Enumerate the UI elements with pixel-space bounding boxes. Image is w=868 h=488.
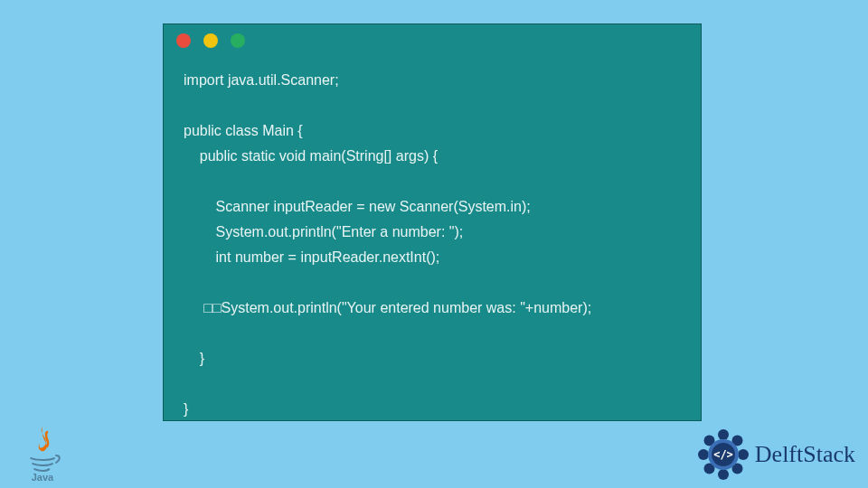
maximize-icon <box>231 33 245 48</box>
delftstack-gear-icon: </> <box>697 428 750 481</box>
window-titlebar <box>164 24 701 57</box>
code-block: import java.util.Scanner; public class M… <box>164 57 701 433</box>
delftstack-brand: </> DelftStack <box>697 428 855 481</box>
svg-point-4 <box>718 469 729 480</box>
java-label: Java <box>32 472 54 483</box>
svg-point-2 <box>738 449 749 460</box>
svg-text:</>: </> <box>713 448 733 461</box>
java-logo-icon: Java <box>20 423 65 483</box>
minimize-icon <box>203 33 218 48</box>
close-icon <box>176 33 191 48</box>
svg-point-0 <box>718 429 729 440</box>
delftstack-label: DelftStack <box>755 441 855 468</box>
svg-point-6 <box>698 449 709 460</box>
code-window: import java.util.Scanner; public class M… <box>163 23 702 421</box>
